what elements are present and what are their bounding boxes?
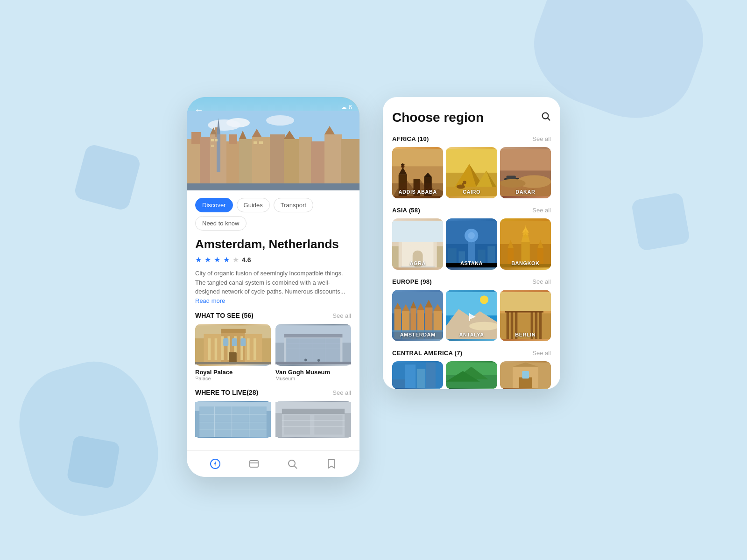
svg-rect-32: [187, 111, 359, 190]
city-description: City of organic fusion of seemingly inco…: [195, 269, 351, 305]
nav-search[interactable]: [286, 457, 299, 470]
svg-point-184: [480, 295, 488, 304]
screens-container: ← ☁ 6 Discover Guides Transport Need to …: [187, 97, 560, 477]
region-title: Choose region: [392, 110, 484, 125]
central-america-cards: [392, 361, 551, 389]
region-europe: EUROPE (98) See all: [392, 278, 551, 341]
nav-compass[interactable]: [209, 457, 222, 470]
weather-icon: ☁: [341, 104, 347, 111]
place-vangogh[interactable]: Van Gogh Museum Museum: [275, 324, 351, 381]
svg-point-122: [500, 179, 526, 188]
star-1: ★: [195, 255, 202, 264]
central3-img: [500, 361, 551, 389]
card-agra[interactable]: AGRA: [392, 218, 443, 270]
svg-rect-200: [417, 369, 425, 388]
svg-rect-202: [392, 379, 405, 388]
card-amsterdam[interactable]: AMSTERDAM: [392, 290, 443, 341]
svg-rect-47: [232, 338, 237, 346]
region-search-icon[interactable]: [541, 111, 551, 124]
svg-point-64: [317, 359, 320, 362]
svg-rect-78: [282, 409, 345, 414]
central3-svg: [500, 361, 551, 389]
card-berlin[interactable]: BERLIN: [500, 290, 551, 341]
berlin-label: BERLIN: [500, 332, 551, 337]
live-2-svg: [275, 401, 351, 438]
europe-header: EUROPE (98) See all: [392, 278, 551, 285]
what-to-see-see-all[interactable]: See all: [332, 312, 351, 319]
svg-rect-54: [284, 334, 343, 337]
star-5: ★: [233, 255, 239, 264]
tab-guides[interactable]: Guides: [237, 198, 270, 212]
bangkok-label: BANGKOK: [500, 260, 551, 266]
nav-cards[interactable]: [247, 457, 261, 470]
africa-see-all[interactable]: See all: [532, 135, 551, 142]
live-1-svg: [195, 401, 271, 438]
asia-see-all[interactable]: See all: [532, 207, 551, 214]
card-central-2[interactable]: [446, 361, 497, 389]
card-dakar[interactable]: DAKAR: [500, 147, 551, 198]
svg-point-90: [543, 113, 549, 119]
europe-see-all[interactable]: See all: [532, 278, 551, 285]
amsterdam-content: Discover Guides Transport Need to know A…: [187, 190, 359, 450]
hero-image: ← ☁ 6: [187, 97, 359, 190]
central2-svg: [446, 361, 497, 389]
antalya-label: ANTALYA: [446, 332, 497, 337]
svg-rect-175: [446, 292, 497, 318]
card-central-3[interactable]: [500, 361, 551, 389]
place-royal-palace[interactable]: Royal Palace Palace: [195, 324, 271, 381]
nav-bookmark[interactable]: [324, 457, 338, 470]
live-grid: [195, 401, 351, 438]
card-antalya[interactable]: ANTALYA: [446, 290, 497, 341]
live-img-2: [275, 401, 351, 438]
region-asia: ASIA (58) See all: [392, 207, 551, 270]
svg-point-140: [468, 232, 475, 239]
weather-temp: 6: [349, 104, 352, 111]
svg-rect-37: [208, 338, 211, 360]
svg-rect-80: [314, 415, 342, 435]
svg-point-63: [304, 359, 307, 362]
palace-name: Royal Palace: [195, 369, 271, 376]
svg-rect-79: [284, 415, 310, 435]
tab-need-to-know[interactable]: Need to know: [195, 216, 247, 231]
card-addis[interactable]: ADDIS ABABA: [392, 147, 443, 198]
cairo-label: CAIRO: [446, 189, 497, 195]
palace-type: Palace: [195, 376, 271, 381]
central-america-see-all[interactable]: See all: [532, 350, 551, 357]
svg-rect-50: [195, 362, 271, 364]
live-img-1: [195, 401, 271, 438]
asia-cards: AGRA: [392, 218, 551, 270]
what-to-see-title: WHAT TO SEE (56): [195, 312, 254, 319]
where-to-live-header: WHERE TO LIVE(28) See all: [195, 389, 351, 396]
svg-rect-210: [519, 377, 532, 388]
card-central-1[interactable]: [392, 361, 443, 389]
addis-label: ADDIS ABABA: [392, 189, 443, 195]
back-button[interactable]: ←: [194, 105, 204, 115]
svg-rect-38: [215, 338, 218, 360]
city-skyline-svg: [187, 111, 359, 190]
central1-img: [392, 361, 443, 389]
tab-transport[interactable]: Transport: [274, 198, 313, 212]
read-more-link[interactable]: Read more: [195, 297, 225, 304]
bg-blob-3: [73, 143, 142, 212]
card-cairo[interactable]: CAIRO: [446, 147, 497, 198]
asia-header: ASIA (58) See all: [392, 207, 551, 214]
svg-rect-201: [426, 363, 436, 388]
card-astana[interactable]: ASTANA: [446, 218, 497, 270]
svg-rect-48: [240, 338, 246, 346]
svg-rect-43: [247, 338, 250, 360]
svg-rect-199: [405, 364, 416, 388]
astana-label: ASTANA: [446, 260, 497, 266]
amsterdam-screen: ← ☁ 6 Discover Guides Transport Need to …: [187, 97, 359, 477]
tab-discover[interactable]: Discover: [195, 198, 233, 212]
svg-rect-86: [250, 461, 258, 467]
svg-rect-118: [506, 175, 515, 179]
card-bangkok[interactable]: BANGKOK: [500, 218, 551, 270]
where-to-live-see-all[interactable]: See all: [332, 389, 351, 396]
europe-title: EUROPE (98): [392, 278, 432, 285]
palace-image: [195, 324, 271, 366]
svg-rect-134: [392, 221, 443, 242]
vangogh-type: Museum: [275, 376, 351, 381]
agra-label: AGRA: [392, 260, 443, 266]
svg-rect-112: [462, 183, 464, 188]
africa-header: AFRICA (10) See all: [392, 135, 551, 142]
